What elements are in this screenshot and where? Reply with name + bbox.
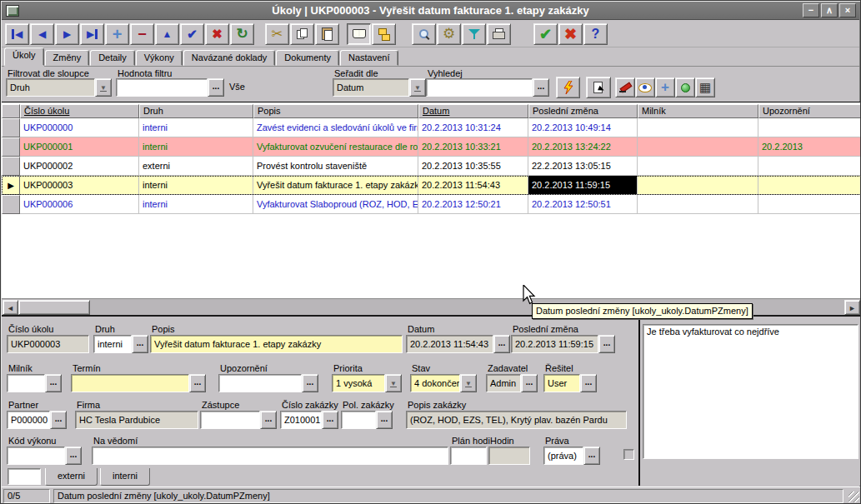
row-selector[interactable] (2, 137, 20, 157)
search-button[interactable] (412, 23, 436, 45)
order-description-input[interactable]: (ROZ, HOD, EZS, TEL), Krytý plav. bazén … (406, 411, 627, 429)
table-row[interactable]: ▶UKP000003interniVyřešit datum fakturace… (2, 176, 861, 195)
order-number-ellipsis-button[interactable]: ... (322, 411, 338, 429)
grid-view-button[interactable]: ▦ (695, 77, 715, 97)
table-cell[interactable]: UKP000006 (20, 195, 139, 214)
state-select[interactable]: 4 dokončený (410, 374, 460, 392)
chevron-down-icon[interactable]: ▼ (460, 374, 477, 392)
table-cell[interactable]: externi (139, 157, 253, 176)
table-cell[interactable] (638, 118, 758, 137)
browse-button[interactable] (347, 23, 371, 45)
date-input[interactable]: 20.2.2013 11:54:43 (406, 335, 493, 353)
rights-ellipsis-button[interactable]: ... (583, 447, 600, 465)
cc-input[interactable] (92, 447, 448, 465)
table-cell[interactable]: UKP000002 (20, 157, 139, 176)
table-cell[interactable]: 22.2.2013 13:05:15 (528, 157, 638, 176)
scrollbar-thumb[interactable] (18, 300, 90, 315)
tab--koly[interactable]: Úkoly (4, 47, 44, 66)
permissions-button[interactable] (372, 23, 396, 45)
maximize-button[interactable]: ∧ (821, 3, 838, 17)
table-cell[interactable]: Vyřešit datum fakturace 1. etapy zakázky (253, 176, 418, 195)
order-item-input[interactable] (341, 411, 376, 429)
execute-filter-button[interactable] (556, 77, 580, 98)
cancel-edit-button[interactable]: ✖ (205, 23, 229, 45)
table-cell[interactable] (638, 157, 758, 176)
print-button[interactable] (487, 23, 511, 45)
table-cell[interactable]: Vyfakturovat Slaboproud (ROZ, HOD, EZS, … (253, 195, 418, 214)
planned-hours-input[interactable] (450, 447, 487, 465)
hours-input[interactable] (488, 447, 530, 465)
table-cell[interactable] (638, 176, 758, 195)
filter-column-select[interactable]: Druh (6, 78, 95, 97)
record-indicator-button[interactable] (675, 77, 695, 97)
table-cell[interactable]: 20.2.2013 (758, 137, 861, 157)
help-button[interactable]: ? (583, 23, 608, 45)
table-cell[interactable]: 20.2.2013 12:50:51 (528, 195, 638, 214)
deadline-input[interactable] (71, 374, 189, 392)
table-cell[interactable] (638, 195, 758, 214)
scroll-left-arrow[interactable]: ◄ (3, 300, 18, 315)
last-change-input[interactable]: 20.2.2013 11:59:15 (511, 335, 598, 353)
filter-button[interactable] (462, 23, 486, 45)
edit-record-button[interactable]: ▲ (155, 23, 179, 45)
minimize-button[interactable]: − (803, 3, 819, 17)
last-record-button[interactable]: ▶ (80, 23, 104, 45)
table-cell[interactable]: 20.2.2013 12:50:21 (418, 195, 528, 214)
table-cell[interactable]: interni (139, 176, 253, 195)
highlight-button[interactable] (615, 77, 635, 97)
priority-select[interactable]: 1 vysoká (332, 374, 385, 392)
tab-dokumenty[interactable]: Dokumenty (276, 50, 339, 66)
table-cell[interactable] (638, 137, 758, 157)
table-cell[interactable] (758, 176, 861, 195)
deadline-ellipsis-button[interactable]: ... (189, 374, 206, 392)
resize-grip[interactable] (848, 492, 859, 502)
type-ellipsis-button[interactable]: ... (132, 335, 148, 353)
table-cell[interactable]: Zavést evidenci a sledování úkolů ve fir… (253, 118, 418, 137)
representative-ellipsis-button[interactable]: ... (260, 411, 277, 429)
delete-record-button[interactable]: − (130, 23, 154, 45)
checkbox[interactable] (623, 449, 634, 460)
filter-value-input[interactable] (116, 78, 208, 97)
order-number-input[interactable]: Z010001 (280, 411, 322, 429)
scroll-right-arrow[interactable]: ► (844, 300, 860, 315)
table-cell[interactable]: interni (139, 137, 253, 157)
table-cell[interactable]: 20.2.2013 13:24:22 (528, 137, 638, 157)
table-cell[interactable]: 20.2.2013 10:35:55 (418, 157, 528, 176)
table-cell[interactable]: 20.2.2013 11:54:43 (418, 176, 528, 195)
prior-record-button[interactable]: ◀ (30, 23, 54, 45)
assigner-ellipsis-button[interactable]: ... (521, 374, 538, 392)
company-input[interactable]: HC Tesla Pardubice (75, 411, 198, 429)
tab-nav-zan-doklady[interactable]: Navázané doklady (183, 50, 276, 66)
tasks-grid[interactable]: Číslo úkoluDruhPopisDatumPoslední změnaM… (2, 102, 861, 298)
confirm-button[interactable]: ✔ (533, 23, 558, 45)
close-button[interactable]: × (839, 3, 856, 17)
column-header[interactable]: Číslo úkolu (20, 104, 139, 118)
bottom-tab-externi[interactable]: externi (45, 468, 98, 486)
settings-button[interactable]: ⚙ (437, 23, 461, 45)
milestone-ellipsis-button[interactable]: ... (45, 374, 62, 392)
refresh-button[interactable]: ↻ (230, 23, 254, 45)
chevron-down-icon[interactable]: ▼ (385, 374, 402, 392)
locate-record-button[interactable] (586, 77, 611, 98)
table-cell[interactable]: UKP000003 (20, 176, 139, 195)
tab-detaily[interactable]: Detaily (90, 50, 135, 66)
add-view-button[interactable]: + (655, 77, 675, 97)
table-row[interactable]: UKP000002externiProvést kontrolu staveni… (2, 157, 861, 176)
tab-zm-ny[interactable]: Změny (45, 50, 90, 66)
current-row-arrow[interactable]: ▶ (2, 176, 20, 195)
table-cell[interactable] (758, 118, 861, 137)
table-cell[interactable]: interni (139, 195, 253, 214)
description-input[interactable]: Vyřešit datum fakturace 1. etapy zakázky (150, 335, 403, 353)
table-cell[interactable] (758, 157, 861, 176)
filter-value-ellipsis-button[interactable]: ... (208, 78, 224, 97)
performance-code-ellipsis-button[interactable]: ... (65, 447, 82, 465)
search-input[interactable] (426, 78, 533, 97)
table-cell[interactable]: interni (139, 118, 253, 137)
table-row[interactable]: UKP000006interniVyfakturovat Slaboproud … (2, 195, 861, 214)
table-cell[interactable] (758, 195, 861, 214)
post-edit-button[interactable]: ✔ (180, 23, 204, 45)
last-change-ellipsis-button[interactable]: ... (598, 335, 615, 353)
performance-code-input[interactable] (7, 447, 65, 465)
rights-input[interactable]: (práva) (543, 447, 583, 465)
column-header[interactable]: Upozornění (758, 104, 861, 118)
